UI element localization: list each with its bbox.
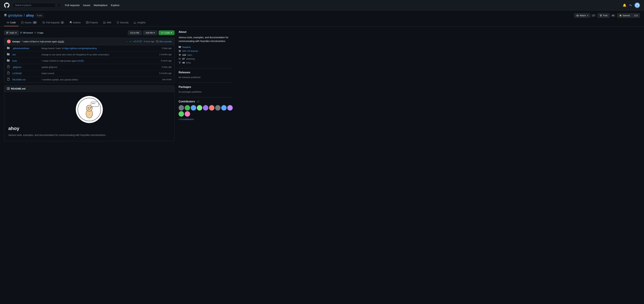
tab-code[interactable]: Code xyxy=(4,19,18,26)
file-name-link[interactable]: .gitignore xyxy=(12,66,40,68)
user-avatar[interactable] xyxy=(634,3,640,8)
watch-button[interactable]: Watch ▾ xyxy=(574,13,590,18)
sidebar-divider-2 xyxy=(178,83,233,83)
repo-header-left: grindylow / ahoy Public xyxy=(4,14,44,18)
contributor-avatar[interactable] xyxy=(197,105,202,111)
sidebar-watching-label: watching xyxy=(186,58,195,60)
repo-owner-link[interactable]: grindylow xyxy=(8,14,22,18)
contributor-avatar[interactable] xyxy=(185,111,190,117)
tab-issues[interactable]: Issues 22 xyxy=(18,19,40,26)
contributor-avatar[interactable] xyxy=(203,105,208,111)
readme-logo: Ahoy! ⚡ xyxy=(76,96,103,123)
tab-insights-label: Insights xyxy=(137,21,146,24)
repo-actions: Watch ▾ 27 Fork 49 Starred 113 xyxy=(574,13,640,18)
tab-actions[interactable]: Actions xyxy=(67,19,84,26)
commit-sha-button[interactable]: e1c713f xyxy=(134,40,142,43)
branches-link[interactable]: 88 branch xyxy=(20,32,33,34)
code-btn-caret: ▾ xyxy=(171,32,172,34)
branch-selector[interactable]: main ▾ xyxy=(4,31,19,35)
sidebar-license-link[interactable]: GPL-3.0 license xyxy=(178,50,233,52)
sidebar-contributors-count: 17 xyxy=(197,101,199,103)
nav-issues[interactable]: Issues xyxy=(83,4,90,7)
sidebar-stars-stat: 113 stars xyxy=(178,54,233,56)
tags-link[interactable]: 0 tags xyxy=(34,32,43,34)
contributor-avatar[interactable] xyxy=(178,111,184,117)
file-name-link[interactable]: LICENSE xyxy=(12,72,40,75)
commit-ref-link[interactable]: #145 xyxy=(78,60,83,62)
search-input[interactable]: Search or jump to... / xyxy=(13,3,60,8)
contributor-avatar[interactable] xyxy=(178,105,184,111)
more-contributors-link[interactable]: + 6 contributors xyxy=(178,118,233,121)
commit-status-check: ✓ xyxy=(130,40,132,43)
contributor-avatar[interactable] xyxy=(185,105,190,111)
sidebar-watching-stat: 27 watching xyxy=(178,58,233,60)
commit-history-link[interactable]: 393 commits xyxy=(159,40,172,43)
file-name-link[interactable]: tools xyxy=(12,60,40,62)
nav-pullrequests[interactable]: Pull requests xyxy=(65,4,80,7)
commit-dots[interactable]: ··· xyxy=(126,40,128,43)
main-content: main ▾ 88 branch 0 tags Go to file Add f… xyxy=(0,27,237,145)
fork-button[interactable]: Fork xyxy=(598,13,610,18)
contributor-avatar[interactable] xyxy=(191,105,196,111)
sidebar: About Various tools, examples, and docum… xyxy=(178,31,233,141)
add-file-caret: ▾ xyxy=(154,32,155,34)
tab-insights[interactable]: Insights xyxy=(131,19,148,26)
contributor-avatar[interactable] xyxy=(227,105,233,111)
commit-author[interactable]: lumapu xyxy=(12,40,20,43)
tab-security[interactable]: Security xyxy=(114,19,132,26)
commit-author-avatar[interactable] xyxy=(7,40,11,43)
commit-message: * make mClient in mqtt private again (#1… xyxy=(22,40,124,43)
watch-label: Watch xyxy=(580,14,586,17)
repo-name-link[interactable]: ahoy xyxy=(26,14,34,18)
add-file-button[interactable]: Add file ▾ xyxy=(143,31,157,35)
contributor-avatar[interactable] xyxy=(209,105,214,111)
watch-count[interactable]: 27 xyxy=(591,14,596,17)
add-file-label: Add file xyxy=(146,32,153,34)
contributor-avatar[interactable] xyxy=(221,105,226,111)
file-message: Initial commit xyxy=(42,72,149,75)
file-name-link[interactable]: README.md xyxy=(12,78,40,81)
table-row: .gitignore update gitignore 6 days ago xyxy=(4,64,174,70)
sidebar-packages: Packages No packages published xyxy=(178,86,233,93)
sidebar-no-releases: No releases published xyxy=(178,76,233,79)
sidebar-readme-text: Readme xyxy=(182,46,190,48)
sidebar-divider-1 xyxy=(178,68,233,68)
sidebar-no-packages: No packages published xyxy=(178,91,233,93)
tab-code-label: Code xyxy=(10,21,16,24)
tab-pr-label: Pull requests xyxy=(46,21,60,24)
search-placeholder: Search or jump to... xyxy=(15,4,33,7)
file-name-link[interactable]: .github/workflows xyxy=(12,47,40,50)
file-time: last month xyxy=(151,78,172,81)
file-time: 5 months ago xyxy=(151,72,172,75)
sidebar-readme-link[interactable]: Readme xyxy=(178,46,233,48)
file-icon xyxy=(7,65,10,69)
folder-icon xyxy=(7,59,10,63)
nav-marketplace[interactable]: Marketplace xyxy=(94,4,108,7)
file-message: * make mClient in mqtt private again (#1… xyxy=(42,60,149,62)
tab-issues-label: Issues xyxy=(24,21,31,24)
tab-pullrequests[interactable]: Pull requests 1 xyxy=(40,19,67,26)
tab-wiki[interactable]: Wiki xyxy=(100,19,114,26)
tab-projects[interactable]: Projects xyxy=(84,19,101,26)
commit-issue-link[interactable]: #145 xyxy=(58,40,64,43)
file-message-link[interactable]: https://github.com/grindylow/ahoy xyxy=(64,47,97,50)
plus-icon[interactable]: +▾ xyxy=(629,4,632,7)
file-time: 2 months ago xyxy=(151,53,172,56)
code-button[interactable]: Code ▾ xyxy=(159,31,174,35)
star-count[interactable]: 113 xyxy=(632,13,640,18)
repo-header: grindylow / ahoy Public Watch ▾ 27 Fork … xyxy=(0,11,644,18)
watch-action: Watch ▾ 27 xyxy=(574,13,596,18)
fork-count[interactable]: 49 xyxy=(610,14,616,17)
branches-count: 88 branch xyxy=(23,32,33,34)
branch-name: main xyxy=(10,32,14,34)
contributor-avatar[interactable] xyxy=(215,105,220,111)
github-logo-icon[interactable] xyxy=(4,3,10,8)
star-button[interactable]: Starred xyxy=(617,13,632,18)
go-to-file-button[interactable]: Go to file xyxy=(128,31,142,35)
readme-logo-svg: Ahoy! ⚡ xyxy=(78,98,101,121)
file-name-link[interactable]: doc xyxy=(12,53,40,56)
contributors-grid xyxy=(178,105,233,117)
tab-actions-label: Actions xyxy=(73,21,81,24)
nav-explore[interactable]: Explore xyxy=(111,4,120,7)
notifications-icon[interactable]: 🔔 xyxy=(623,4,626,7)
